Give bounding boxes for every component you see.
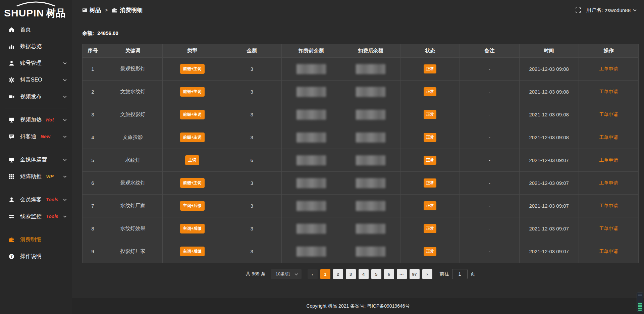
sidebar-item-label: 账号管理 [20,60,42,67]
ticket-apply-link[interactable]: 工单申请 [599,180,618,186]
col-balance-after: 扣费后余额 [341,44,400,58]
ticket-apply-link[interactable]: 工单申请 [599,135,618,141]
cell-amount: 6 [222,149,281,172]
screen-icon [9,117,15,123]
sidebar-item-badge: Tools [46,197,58,202]
comment-icon [9,134,15,140]
user-dropdown[interactable]: 用户名: zswodun88 [586,7,637,13]
table-row: 8 水纹灯效果 主词+后缀 3 正常 - 2021-12-03 09:07 工单… [83,217,638,240]
page-button-6[interactable]: 6 [384,269,394,279]
floating-widget[interactable] [637,293,643,312]
sidebar-item-help[interactable]: ? 操作说明 [0,248,72,265]
sidebar-item-label: 线索监控 [20,213,42,220]
type-badge: 主词+后缀 [180,247,205,256]
ticket-apply-link[interactable]: 工单申请 [599,249,618,255]
sidebar-item-douketong[interactable]: 抖客通 New [0,128,72,145]
masked-balance-before [297,224,326,234]
breadcrumb-home-label: 树品 [90,6,101,14]
sidebar-item-douyin-seo[interactable]: 抖音SEO [0,71,72,88]
pagination-total: 共 969 条 [246,271,265,277]
cell-keyword: 文旅水纹灯 [103,81,163,103]
prev-page-button[interactable]: ‹ [308,269,318,279]
cell-sn: 7 [83,195,103,217]
page-button-2[interactable]: 2 [333,269,343,279]
sidebar-item-consume-detail[interactable]: 消费明细 [0,231,72,248]
sidebar-item-label: 矩阵助推 [20,173,42,180]
goto-suffix: 页 [471,271,475,277]
cell-sn: 2 [83,81,103,103]
sidebar-divider [5,148,67,148]
sidebar-item-label: 抖音SEO [20,76,42,84]
page-button-5[interactable]: 5 [371,269,381,279]
page-button-97[interactable]: 97 [410,269,420,279]
cell-remark: - [460,149,519,172]
table-body: 1 景观投影灯 前缀+主词 3 正常 - 2021-12-03 09:08 工单… [83,58,638,263]
page-button-3[interactable]: 3 [346,269,356,279]
table-row: 2 文旅水纹灯 前缀+主词 3 正常 - 2021-12-03 09:08 工单… [83,81,638,103]
ticket-apply-link[interactable]: 工单申请 [599,66,618,72]
monitor-icon [9,157,15,163]
page-ellipsis-button[interactable]: ··· [397,269,407,279]
breadcrumb-current: 消费明细 [112,6,143,14]
table-row: 4 文旅投影 前缀+主词 3 正常 - 2021-12-03 09:08 工单申… [83,126,638,149]
cell-remark: - [460,240,519,263]
sidebar-divider [5,108,67,108]
masked-balance-before [297,64,326,74]
cell-amount: 3 [222,81,281,103]
type-badge: 前缀+主词 [180,178,205,188]
page-button-4[interactable]: 4 [359,269,369,279]
masked-balance-before [297,133,326,143]
next-page-button[interactable]: › [422,269,432,279]
app-logo: SHUPIN 树品 [0,0,72,21]
breadcrumb-home[interactable]: 树品 [82,6,101,14]
sidebar-item-label: 会员爆客 [20,196,42,203]
status-badge: 正常 [424,110,436,119]
cell-time: 2021-12-03 09:08 [520,81,579,103]
page-button-1[interactable]: 1 [320,269,330,279]
status-badge: 正常 [424,224,436,233]
status-badge: 正常 [424,64,436,73]
sidebar-item-video-publish[interactable]: 视频发布 [0,88,72,105]
sidebar-item-video-heat[interactable]: 视频加热 Hot [0,111,72,128]
masked-balance-before [297,247,326,257]
cell-remark: - [460,58,519,81]
page-size-select[interactable]: 10条/页 [271,269,302,279]
sidebar-item-label: 消费明细 [20,236,42,243]
goto-page: 前往 页 [440,269,475,279]
fullscreen-icon[interactable] [576,7,581,13]
cell-amount: 3 [222,172,281,195]
cell-keyword: 投影灯厂家 [103,240,163,263]
type-badge: 前缀+主词 [180,133,205,142]
sidebar-item-media-operation[interactable]: 全媒体运营 [0,151,72,168]
sidebar-item-member-burst[interactable]: 会员爆客 Tools [0,191,72,208]
sidebar-item-account-manage[interactable]: 账号管理 [0,55,72,71]
masked-balance-before [297,110,326,120]
sidebar-item-matrix-boost[interactable]: 矩阵助推 VIP [0,168,72,185]
cell-sn: 5 [83,149,103,172]
sidebar-item-label: 操作说明 [20,253,42,260]
cell-keyword: 景观水纹灯 [103,172,163,195]
col-balance-before: 扣费前余额 [282,44,341,58]
sidebar-item-home[interactable]: 首页 [0,21,72,38]
ticket-apply-link[interactable]: 工单申请 [599,89,618,95]
ticket-apply-link[interactable]: 工单申请 [599,203,618,209]
chevron-down-icon [63,136,67,138]
col-action: 操作 [579,44,638,58]
svg-text:?: ? [10,254,12,258]
page-size-value: 10条/页 [276,271,290,277]
ticket-apply-link[interactable]: 工单申请 [599,112,618,118]
gear-icon [9,77,15,83]
cell-sn: 3 [83,103,103,126]
goto-page-input[interactable] [452,269,468,279]
ticket-apply-link[interactable]: 工单申请 [599,157,618,163]
cell-amount: 3 [222,217,281,240]
widget-indicator [638,303,642,311]
sidebar-item-data-overview[interactable]: 数据总览 [0,38,72,55]
table-row: 7 水纹灯厂家 主词+后缀 3 正常 - 2021-12-03 09:07 工单… [83,195,638,217]
sidebar-item-clue-monitor[interactable]: 线索监控 Tools [0,208,72,225]
cell-remark: - [460,195,519,217]
ticket-apply-link[interactable]: 工单申请 [599,226,618,232]
chevron-down-icon [63,215,67,218]
home-icon [9,27,15,33]
logo-arc-icon [15,1,56,7]
